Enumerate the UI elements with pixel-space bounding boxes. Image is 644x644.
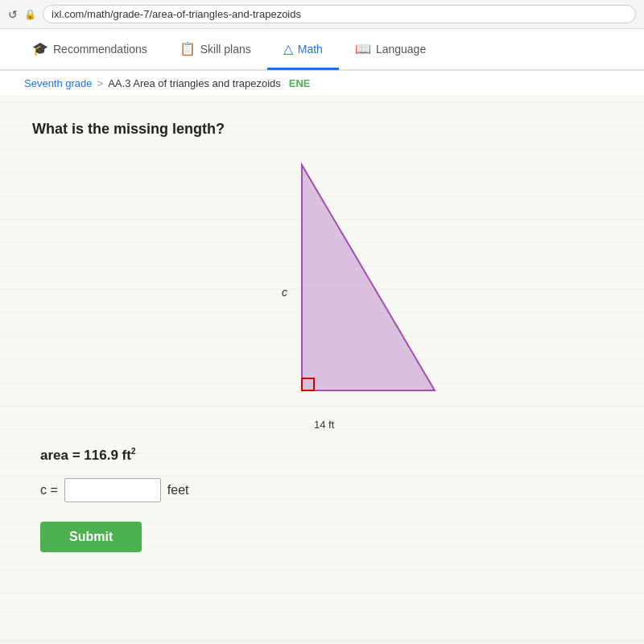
- breadcrumb-separator: >: [97, 77, 104, 89]
- nav-tabs: 🎓 Recommendations 📋 Skill plans △ Math 📖…: [0, 29, 644, 71]
- area-superscript: 2: [131, 447, 136, 456]
- triangle-figure: c 14 ft: [185, 157, 459, 431]
- svg-marker-0: [302, 165, 435, 390]
- triangle-base-label: 14 ft: [314, 419, 334, 431]
- answer-suffix: feet: [167, 483, 189, 497]
- tab-recommendations[interactable]: 🎓 Recommendations: [16, 30, 163, 70]
- breadcrumb-grade[interactable]: Seventh grade: [24, 77, 93, 89]
- triangle-svg: [185, 157, 459, 423]
- breadcrumb-section: AA.3 Area of triangles and trapezoids: [108, 77, 281, 89]
- answer-prefix: c =: [40, 483, 58, 497]
- lock-icon: 🔒: [24, 9, 36, 20]
- url-bar[interactable]: ixl.com/math/grade-7/area-of-triangles-a…: [43, 5, 636, 23]
- main-content: What is the missing length? c 14 ft area…: [0, 97, 644, 639]
- area-equation: area = 116.9 ft2: [40, 447, 612, 464]
- breadcrumb: Seventh grade > AA.3 Area of triangles a…: [0, 71, 644, 97]
- submit-button[interactable]: Submit: [40, 522, 142, 552]
- breadcrumb-code: ENE: [289, 77, 311, 89]
- tab-math[interactable]: △ Math: [267, 30, 339, 70]
- skill-plans-icon: 📋: [180, 41, 196, 56]
- question-title: What is the missing length?: [32, 121, 612, 138]
- math-icon: △: [283, 41, 293, 56]
- language-icon: 📖: [355, 41, 371, 56]
- reload-icon[interactable]: ↺: [8, 8, 18, 21]
- tab-language[interactable]: 📖 Language: [339, 30, 442, 70]
- answer-input[interactable]: [64, 478, 161, 502]
- answer-row: c = feet: [40, 478, 612, 502]
- recommendations-icon: 🎓: [32, 41, 48, 56]
- tab-skill-plans[interactable]: 📋 Skill plans: [163, 30, 267, 70]
- browser-bar: ↺ 🔒 ixl.com/math/grade-7/area-of-triangl…: [0, 0, 644, 29]
- triangle-side-label: c: [282, 286, 287, 299]
